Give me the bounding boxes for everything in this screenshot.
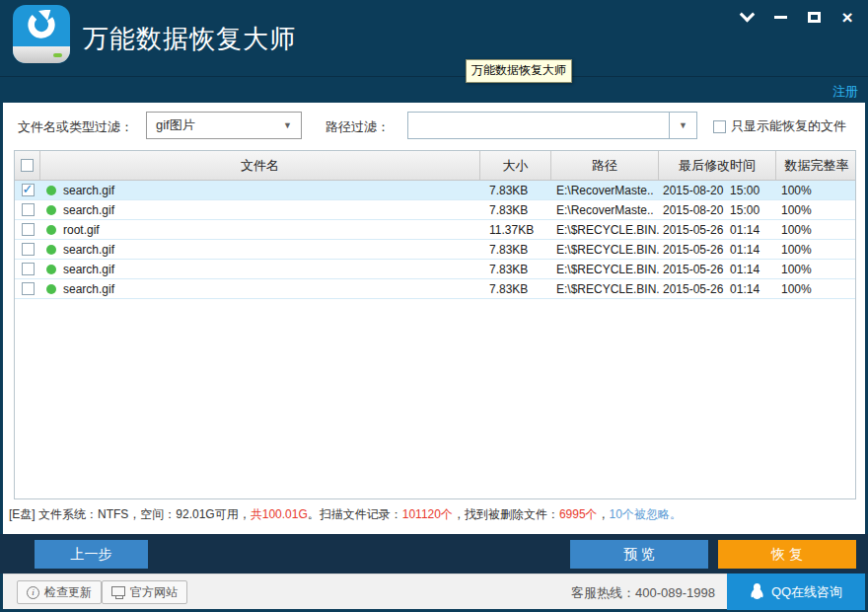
file-modified-time: 2015-08-20 15:00 <box>659 181 776 199</box>
app-title-tooltip: 万能数据恢复大师 <box>466 59 572 83</box>
only-recoverable-checkbox[interactable] <box>713 120 726 133</box>
table-row[interactable]: search.gif7.83KBE:\$RECYCLE.BIN..2015-05… <box>15 260 855 279</box>
only-recoverable-label: 只显示能恢复的文件 <box>731 117 846 135</box>
recoverable-status-dot-icon <box>46 186 56 195</box>
file-size: 7.83KB <box>480 260 551 278</box>
type-filter-select[interactable]: gif图片 ▼ <box>146 112 302 139</box>
main-content: 文件名或类型过滤： gif图片 ▼ 路径过滤： ▼ 只显示能恢复的文件 <box>3 103 865 534</box>
only-recoverable-toggle[interactable]: 只显示能恢复的文件 <box>713 117 846 135</box>
row-checkbox[interactable] <box>22 223 35 236</box>
filter-bar: 文件名或类型过滤： gif图片 ▼ 路径过滤： ▼ 只显示能恢复的文件 <box>3 103 865 148</box>
file-modified-time: 2015-05-26 01:14 <box>659 260 776 278</box>
status-segment: 101120个 <box>402 507 453 521</box>
dropdown-arrow-icon: ▼ <box>283 120 292 130</box>
file-name: root.gif <box>63 223 100 237</box>
file-modified-time: 2015-05-26 01:14 <box>659 240 776 259</box>
preview-button[interactable]: 预 览 <box>570 540 708 569</box>
table-row[interactable]: search.gif7.83KBE:\RecoverMaste..2015-08… <box>15 181 855 200</box>
logo-recovery-arrow-icon <box>13 5 70 46</box>
file-size: 11.37KB <box>480 220 551 239</box>
app-title: 万能数据恢复大师 <box>83 22 296 56</box>
table-row[interactable]: search.gif7.83KBE:\RecoverMaste..2015-08… <box>15 200 855 220</box>
maximize-icon <box>808 12 821 23</box>
logo-led-light <box>53 53 62 57</box>
file-size: 7.83KB <box>480 240 551 259</box>
action-bar: 上一步 预 览 恢 复 <box>0 534 868 574</box>
file-name: search.gif <box>63 263 114 276</box>
chevron-down-icon <box>739 6 755 22</box>
window-controls: × <box>736 4 858 30</box>
file-integrity: 100% <box>776 181 857 199</box>
monitor-icon <box>111 586 125 596</box>
row-checkbox-cell <box>15 200 40 219</box>
official-site-button[interactable]: 官方网站 <box>102 580 187 604</box>
file-path: E:\RecoverMaste.. <box>551 200 659 219</box>
path-filter-dropdown-button[interactable]: ▼ <box>669 113 696 138</box>
row-checkbox-cell <box>15 181 40 199</box>
check-update-label: 检查更新 <box>44 584 92 601</box>
file-modified-time: 2015-05-26 01:14 <box>659 279 776 298</box>
app-logo-icon <box>13 5 70 63</box>
row-checkbox-cell <box>15 240 40 259</box>
table-row[interactable]: search.gif7.83KBE:\$RECYCLE.BIN..2015-05… <box>15 240 855 260</box>
row-checkbox[interactable] <box>22 203 35 216</box>
official-site-label: 官方网站 <box>130 584 178 601</box>
recoverable-status-dot-icon <box>46 225 56 235</box>
row-checkbox[interactable] <box>22 263 35 275</box>
service-hotline: 客服热线：400-089-1998 <box>571 584 715 602</box>
column-header-path[interactable]: 路径 <box>551 151 659 180</box>
table-row[interactable]: search.gif7.83KBE:\$RECYCLE.BIN..2015-05… <box>15 279 855 299</box>
row-checkbox[interactable] <box>22 243 35 256</box>
file-path: E:\RecoverMaste.. <box>551 181 659 199</box>
status-segment: ，找到被删除文件： <box>453 507 559 521</box>
row-checkbox-cell <box>15 220 40 239</box>
qq-support-button[interactable]: QQ在线咨询 <box>727 574 865 610</box>
type-filter-value: gif图片 <box>156 116 195 134</box>
maximize-button[interactable] <box>803 6 825 28</box>
qq-penguin-icon <box>750 583 764 600</box>
recoverable-status-dot-icon <box>46 284 56 294</box>
path-filter-label: 路径过滤： <box>326 118 390 136</box>
check-update-button[interactable]: i 检查更新 <box>17 580 102 604</box>
file-path: E:\$RECYCLE.BIN.. <box>551 260 659 278</box>
recover-button[interactable]: 恢 复 <box>718 540 856 569</box>
select-all-checkbox[interactable] <box>21 159 34 172</box>
column-header-filename[interactable]: 文件名 <box>40 151 480 180</box>
file-size: 7.83KB <box>480 181 551 199</box>
file-modified-time: 2015-08-20 15:00 <box>659 200 776 219</box>
menu-chevron-button[interactable] <box>736 6 758 28</box>
title-bar: 万能数据恢复大师 × <box>0 0 868 77</box>
close-button[interactable]: × <box>836 6 858 28</box>
register-link[interactable]: 注册 <box>832 83 858 101</box>
back-button[interactable]: 上一步 <box>35 540 148 569</box>
file-size: 7.83KB <box>480 279 551 298</box>
column-header-size[interactable]: 大小 <box>480 151 551 180</box>
status-segment: [E盘] 文件系统：NTFS，空间：92.01G可用， <box>9 507 251 521</box>
file-name-cell: search.gif <box>40 200 480 219</box>
row-checkbox-cell <box>15 260 40 278</box>
status-segment: 6995个 <box>559 507 598 521</box>
file-name: search.gif <box>63 243 114 257</box>
status-segment: 10个被忽略。 <box>610 507 682 521</box>
file-table-body: search.gif7.83KBE:\RecoverMaste..2015-08… <box>15 181 855 299</box>
column-header-integrity[interactable]: 数据完整率 <box>776 151 857 180</box>
select-all-cell <box>15 151 40 180</box>
file-integrity: 100% <box>776 279 857 298</box>
path-filter-input[interactable] <box>408 113 669 138</box>
minimize-icon <box>774 16 787 19</box>
row-checkbox-cell <box>15 279 40 298</box>
file-name: search.gif <box>63 184 114 197</box>
row-checkbox[interactable] <box>22 184 35 196</box>
row-checkbox[interactable] <box>22 282 35 295</box>
recoverable-status-dot-icon <box>46 245 56 255</box>
minimize-button[interactable] <box>769 6 791 28</box>
table-row[interactable]: root.gif11.37KBE:\$RECYCLE.BIN..2015-05-… <box>15 220 855 240</box>
column-header-modified[interactable]: 最后修改时间 <box>659 151 776 180</box>
file-name-cell: search.gif <box>40 181 480 199</box>
recoverable-status-dot-icon <box>46 265 56 274</box>
logo-drive-base <box>13 46 70 63</box>
file-integrity: 100% <box>776 260 857 278</box>
footer-bar: i 检查更新 官方网站 客服热线：400-089-1998 QQ在线咨询 <box>3 574 865 609</box>
file-integrity: 100% <box>776 200 857 219</box>
close-icon: × <box>841 8 852 27</box>
